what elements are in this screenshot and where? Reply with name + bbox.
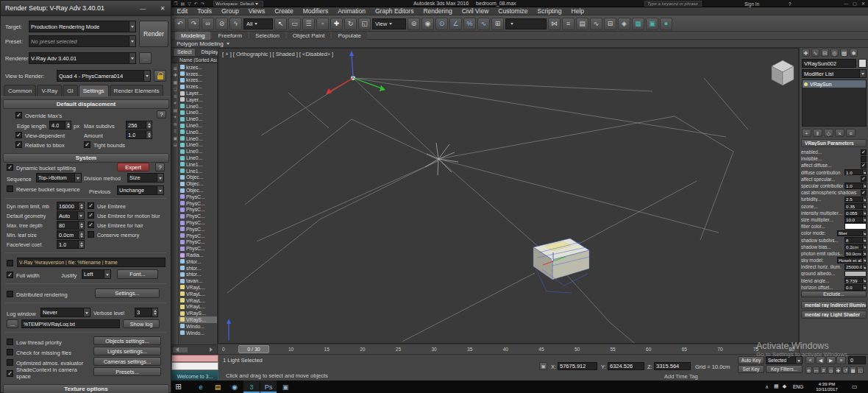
quick-access-icon[interactable]: ↷ [201, 1, 204, 6]
toolbar-icon[interactable]: ⊟ [604, 18, 616, 30]
menu-item[interactable]: Tools [193, 7, 217, 15]
parameter-field[interactable]: 1.0 [844, 183, 867, 189]
face-coef-field[interactable]: 1.0 [57, 240, 85, 249]
leaf-size-field[interactable]: 0.0cm [57, 230, 85, 239]
explorer-item[interactable]: PhysC... [179, 226, 217, 233]
maxscript-listener-line[interactable] [171, 362, 218, 370]
explorer-item[interactable]: Line0... [179, 129, 217, 135]
action-center-icon[interactable]: ▭ [852, 383, 858, 390]
toolbar-icon[interactable]: ⊞ [491, 18, 504, 30]
viewport-nav-button[interactable]: ◎ [828, 367, 834, 374]
reference-coordinate-dropdown[interactable]: View [372, 18, 406, 29]
log-path-field[interactable]: %TEMP%\VRayLog.txt [21, 319, 120, 328]
parameter-field[interactable]: 25000.0 [844, 264, 867, 271]
max-subdivs-field[interactable]: 256 [126, 121, 152, 130]
dynamic-bucket-checkbox[interactable]: ✓ [7, 164, 13, 171]
spinner-icon[interactable] [78, 241, 84, 248]
explorer-item[interactable]: PhysC... [179, 219, 217, 226]
explorer-item[interactable]: PhysC... [179, 245, 217, 252]
menu-item[interactable]: Civil View [457, 7, 494, 15]
explorer-item[interactable]: Line1... [179, 161, 217, 168]
menu-item[interactable]: Create [270, 7, 299, 15]
command-panel-tab[interactable]: ▦ [840, 49, 848, 57]
explorer-tool-icon[interactable]: ▦ [172, 79, 178, 85]
quick-access-icon[interactable]: ▤ [180, 1, 185, 6]
renderer-dropdown[interactable]: V-Ray Adv 3.40.01 [29, 52, 136, 64]
explorer-tool-icon[interactable]: # [172, 100, 178, 106]
conserve-memory-checkbox[interactable] [88, 231, 94, 238]
toolbar-icon[interactable]: ϟ [230, 18, 242, 30]
explorer-item[interactable]: Objec... [179, 174, 217, 181]
parameter-field[interactable]: 5.739 [844, 277, 867, 284]
lights-settings-button[interactable]: Lights settings... [93, 347, 161, 355]
optimized-atmos-checkbox[interactable] [7, 359, 13, 366]
ribbon-tab[interactable]: Modeling [175, 32, 210, 40]
spinner-icon[interactable] [78, 202, 84, 210]
toolbar-icon[interactable]: ▫ [316, 18, 329, 30]
tight-bounds-checkbox[interactable]: ✓ [84, 141, 90, 148]
explorer-item[interactable]: PhysC... [179, 200, 217, 207]
y-coordinate-field[interactable]: 6324.526 [608, 362, 644, 370]
distributed-rendering-checkbox[interactable] [7, 291, 13, 297]
explorer-item[interactable]: PhysC... [179, 213, 217, 219]
lock-view-button[interactable] [154, 70, 166, 82]
exclude-button[interactable]: Exclude... [801, 291, 867, 297]
choose-renderer-button[interactable]: … [139, 52, 152, 64]
taskbar-app-icon[interactable]: e [193, 380, 209, 393]
toolbar-icon[interactable]: ⊙ [435, 18, 448, 30]
parameter-field[interactable]: 0.0 [844, 284, 867, 291]
spinner-icon[interactable] [862, 231, 866, 236]
explorer-item[interactable]: PhysC... [179, 207, 217, 213]
toolbar-icon[interactable]: ∿ [590, 18, 602, 30]
spinner-icon[interactable] [862, 265, 866, 270]
explorer-item[interactable]: krzes... [179, 83, 217, 90]
window-button[interactable]: — [844, 1, 848, 6]
tray-icon[interactable]: ▦ [774, 383, 779, 389]
explorer-item[interactable]: VRayL... [179, 297, 217, 304]
start-button[interactable]: ⊞ [175, 382, 182, 392]
menu-item[interactable]: Modifiers [298, 7, 332, 15]
spinner-icon[interactable] [862, 251, 866, 256]
explorer-item[interactable]: shtor... [179, 272, 217, 278]
selection-lock-toggle[interactable]: ▣ [539, 362, 547, 370]
explorer-tool-icon[interactable]: ▤ [172, 107, 178, 113]
explorer-item[interactable]: PhysC... [179, 233, 217, 239]
command-panel-tab[interactable]: ∿ [811, 49, 819, 57]
menu-item[interactable]: Group [217, 7, 244, 15]
spinner-icon[interactable] [862, 204, 866, 209]
current-frame-field[interactable]: 0 [848, 356, 866, 364]
toolbar-icon[interactable]: % [463, 18, 476, 30]
explorer-item[interactable]: PhysC... [179, 194, 217, 200]
missing-files-checkbox[interactable] [7, 349, 13, 355]
render-button[interactable]: Render [139, 21, 168, 47]
spinner-icon[interactable] [862, 183, 866, 188]
explorer-item[interactable]: Objec... [179, 187, 217, 194]
render-setup-tab[interactable]: V-Ray [37, 85, 62, 96]
parameter-field[interactable]: 1.0 [844, 169, 867, 176]
toolbar-icon[interactable]: ▣ [646, 18, 658, 30]
timeline[interactable]: 05101520253035404550556065707580 0 / 30 [218, 344, 799, 354]
explorer-item[interactable]: Line0... [179, 142, 217, 149]
use-embree-checkbox[interactable]: ✓ [88, 202, 94, 209]
explorer-item[interactable]: Line0... [179, 148, 217, 155]
menu-item[interactable]: Edit [172, 7, 193, 15]
help-button[interactable]: ? [157, 110, 166, 118]
viewport-nav-button[interactable]: ✚ [835, 367, 842, 374]
menu-item[interactable]: Views [243, 7, 270, 15]
parameter-checkbox[interactable]: ✓ [861, 149, 867, 155]
toolbar-icon[interactable]: ☰ [302, 18, 315, 30]
quick-access-icon[interactable]: ↶ [194, 1, 198, 6]
explorer-item[interactable]: Line0... [179, 135, 217, 142]
explorer-item[interactable]: krzes... [179, 71, 217, 77]
override-max-checkbox[interactable]: ✓ [15, 112, 22, 118]
polygon-modeling-panel[interactable]: Polygon Modeling [177, 40, 224, 47]
toolbar-icon[interactable]: ▦ [632, 18, 644, 30]
ribbon-tab[interactable]: Selection [249, 32, 285, 40]
explorer-item[interactable]: Layer... [179, 96, 217, 103]
low-thread-checkbox[interactable] [7, 339, 13, 345]
taskbar-app-icon[interactable]: 3 [243, 380, 260, 393]
search-input[interactable]: Type a keyword or phrase [644, 1, 702, 7]
explorer-item[interactable]: Line1... [179, 168, 217, 174]
explorer-item[interactable]: Line0... [179, 155, 217, 161]
toolbar-icon[interactable]: ∿ [477, 18, 490, 30]
